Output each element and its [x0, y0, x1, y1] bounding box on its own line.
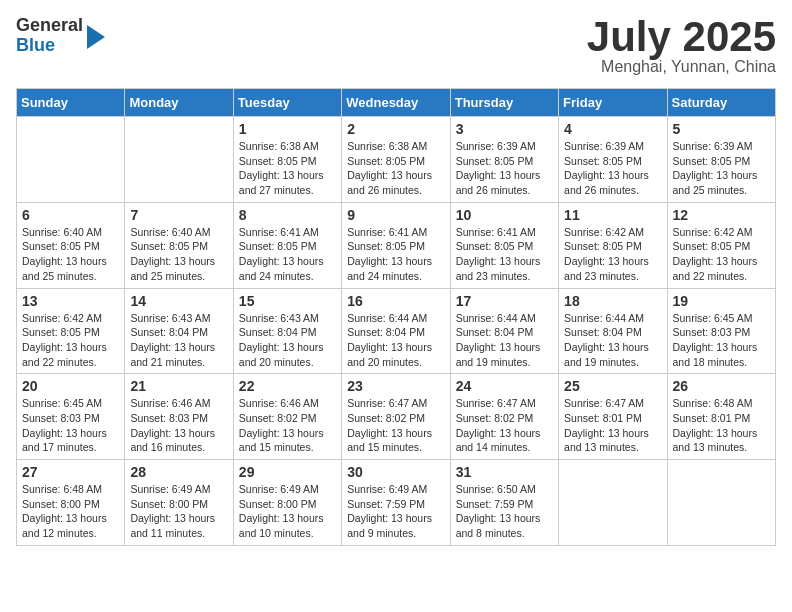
day-info: Sunrise: 6:48 AM Sunset: 8:01 PM Dayligh…: [673, 396, 770, 455]
calendar-cell: 2Sunrise: 6:38 AM Sunset: 8:05 PM Daylig…: [342, 117, 450, 203]
day-number: 8: [239, 207, 336, 223]
day-info: Sunrise: 6:41 AM Sunset: 8:05 PM Dayligh…: [456, 225, 553, 284]
calendar-cell: 21Sunrise: 6:46 AM Sunset: 8:03 PM Dayli…: [125, 374, 233, 460]
calendar-cell: 16Sunrise: 6:44 AM Sunset: 8:04 PM Dayli…: [342, 288, 450, 374]
logo-text: GeneralBlue: [16, 16, 83, 56]
day-info: Sunrise: 6:40 AM Sunset: 8:05 PM Dayligh…: [22, 225, 119, 284]
day-info: Sunrise: 6:38 AM Sunset: 8:05 PM Dayligh…: [347, 139, 444, 198]
calendar-cell: 11Sunrise: 6:42 AM Sunset: 8:05 PM Dayli…: [559, 202, 667, 288]
page-header: GeneralBlue July 2025 Menghai, Yunnan, C…: [16, 16, 776, 76]
calendar-cell: 4Sunrise: 6:39 AM Sunset: 8:05 PM Daylig…: [559, 117, 667, 203]
day-info: Sunrise: 6:42 AM Sunset: 8:05 PM Dayligh…: [564, 225, 661, 284]
calendar-title: July 2025: [587, 16, 776, 58]
day-number: 19: [673, 293, 770, 309]
calendar-cell: 19Sunrise: 6:45 AM Sunset: 8:03 PM Dayli…: [667, 288, 775, 374]
day-number: 31: [456, 464, 553, 480]
weekday-header-saturday: Saturday: [667, 89, 775, 117]
day-info: Sunrise: 6:44 AM Sunset: 8:04 PM Dayligh…: [564, 311, 661, 370]
day-info: Sunrise: 6:47 AM Sunset: 8:01 PM Dayligh…: [564, 396, 661, 455]
day-info: Sunrise: 6:49 AM Sunset: 7:59 PM Dayligh…: [347, 482, 444, 541]
calendar-cell: 9Sunrise: 6:41 AM Sunset: 8:05 PM Daylig…: [342, 202, 450, 288]
day-info: Sunrise: 6:43 AM Sunset: 8:04 PM Dayligh…: [239, 311, 336, 370]
calendar-cell: 17Sunrise: 6:44 AM Sunset: 8:04 PM Dayli…: [450, 288, 558, 374]
day-number: 6: [22, 207, 119, 223]
calendar-cell: 3Sunrise: 6:39 AM Sunset: 8:05 PM Daylig…: [450, 117, 558, 203]
calendar-cell: 8Sunrise: 6:41 AM Sunset: 8:05 PM Daylig…: [233, 202, 341, 288]
day-number: 12: [673, 207, 770, 223]
weekday-header-wednesday: Wednesday: [342, 89, 450, 117]
day-info: Sunrise: 6:49 AM Sunset: 8:00 PM Dayligh…: [130, 482, 227, 541]
day-number: 9: [347, 207, 444, 223]
day-info: Sunrise: 6:43 AM Sunset: 8:04 PM Dayligh…: [130, 311, 227, 370]
day-info: Sunrise: 6:39 AM Sunset: 8:05 PM Dayligh…: [456, 139, 553, 198]
calendar-cell: [667, 460, 775, 546]
week-row-1: 1Sunrise: 6:38 AM Sunset: 8:05 PM Daylig…: [17, 117, 776, 203]
day-number: 18: [564, 293, 661, 309]
day-number: 14: [130, 293, 227, 309]
weekday-header-friday: Friday: [559, 89, 667, 117]
calendar-cell: 25Sunrise: 6:47 AM Sunset: 8:01 PM Dayli…: [559, 374, 667, 460]
calendar-cell: [17, 117, 125, 203]
calendar-cell: 20Sunrise: 6:45 AM Sunset: 8:03 PM Dayli…: [17, 374, 125, 460]
day-info: Sunrise: 6:50 AM Sunset: 7:59 PM Dayligh…: [456, 482, 553, 541]
day-number: 29: [239, 464, 336, 480]
calendar-cell: 22Sunrise: 6:46 AM Sunset: 8:02 PM Dayli…: [233, 374, 341, 460]
title-block: July 2025 Menghai, Yunnan, China: [587, 16, 776, 76]
day-number: 25: [564, 378, 661, 394]
day-info: Sunrise: 6:46 AM Sunset: 8:02 PM Dayligh…: [239, 396, 336, 455]
day-number: 11: [564, 207, 661, 223]
calendar-cell: 28Sunrise: 6:49 AM Sunset: 8:00 PM Dayli…: [125, 460, 233, 546]
day-info: Sunrise: 6:45 AM Sunset: 8:03 PM Dayligh…: [22, 396, 119, 455]
day-info: Sunrise: 6:47 AM Sunset: 8:02 PM Dayligh…: [456, 396, 553, 455]
calendar-cell: 7Sunrise: 6:40 AM Sunset: 8:05 PM Daylig…: [125, 202, 233, 288]
calendar-cell: 24Sunrise: 6:47 AM Sunset: 8:02 PM Dayli…: [450, 374, 558, 460]
day-number: 7: [130, 207, 227, 223]
day-number: 13: [22, 293, 119, 309]
weekday-header-monday: Monday: [125, 89, 233, 117]
day-number: 2: [347, 121, 444, 137]
weekday-header-tuesday: Tuesday: [233, 89, 341, 117]
day-number: 10: [456, 207, 553, 223]
day-info: Sunrise: 6:48 AM Sunset: 8:00 PM Dayligh…: [22, 482, 119, 541]
day-number: 27: [22, 464, 119, 480]
calendar-table: SundayMondayTuesdayWednesdayThursdayFrid…: [16, 88, 776, 546]
day-number: 1: [239, 121, 336, 137]
calendar-cell: 14Sunrise: 6:43 AM Sunset: 8:04 PM Dayli…: [125, 288, 233, 374]
calendar-cell: 23Sunrise: 6:47 AM Sunset: 8:02 PM Dayli…: [342, 374, 450, 460]
day-info: Sunrise: 6:42 AM Sunset: 8:05 PM Dayligh…: [22, 311, 119, 370]
day-number: 3: [456, 121, 553, 137]
day-info: Sunrise: 6:47 AM Sunset: 8:02 PM Dayligh…: [347, 396, 444, 455]
day-number: 23: [347, 378, 444, 394]
day-info: Sunrise: 6:49 AM Sunset: 8:00 PM Dayligh…: [239, 482, 336, 541]
weekday-header-row: SundayMondayTuesdayWednesdayThursdayFrid…: [17, 89, 776, 117]
day-info: Sunrise: 6:42 AM Sunset: 8:05 PM Dayligh…: [673, 225, 770, 284]
calendar-cell: 26Sunrise: 6:48 AM Sunset: 8:01 PM Dayli…: [667, 374, 775, 460]
week-row-5: 27Sunrise: 6:48 AM Sunset: 8:00 PM Dayli…: [17, 460, 776, 546]
day-info: Sunrise: 6:46 AM Sunset: 8:03 PM Dayligh…: [130, 396, 227, 455]
calendar-cell: 27Sunrise: 6:48 AM Sunset: 8:00 PM Dayli…: [17, 460, 125, 546]
day-info: Sunrise: 6:39 AM Sunset: 8:05 PM Dayligh…: [673, 139, 770, 198]
day-number: 26: [673, 378, 770, 394]
day-number: 21: [130, 378, 227, 394]
day-number: 5: [673, 121, 770, 137]
week-row-3: 13Sunrise: 6:42 AM Sunset: 8:05 PM Dayli…: [17, 288, 776, 374]
day-number: 22: [239, 378, 336, 394]
day-info: Sunrise: 6:45 AM Sunset: 8:03 PM Dayligh…: [673, 311, 770, 370]
calendar-cell: 6Sunrise: 6:40 AM Sunset: 8:05 PM Daylig…: [17, 202, 125, 288]
week-row-4: 20Sunrise: 6:45 AM Sunset: 8:03 PM Dayli…: [17, 374, 776, 460]
day-info: Sunrise: 6:44 AM Sunset: 8:04 PM Dayligh…: [347, 311, 444, 370]
day-info: Sunrise: 6:40 AM Sunset: 8:05 PM Dayligh…: [130, 225, 227, 284]
logo-arrow-icon: [87, 25, 105, 49]
calendar-cell: 13Sunrise: 6:42 AM Sunset: 8:05 PM Dayli…: [17, 288, 125, 374]
calendar-cell: 30Sunrise: 6:49 AM Sunset: 7:59 PM Dayli…: [342, 460, 450, 546]
day-number: 30: [347, 464, 444, 480]
day-number: 16: [347, 293, 444, 309]
day-info: Sunrise: 6:38 AM Sunset: 8:05 PM Dayligh…: [239, 139, 336, 198]
calendar-cell: 18Sunrise: 6:44 AM Sunset: 8:04 PM Dayli…: [559, 288, 667, 374]
calendar-cell: 10Sunrise: 6:41 AM Sunset: 8:05 PM Dayli…: [450, 202, 558, 288]
calendar-cell: 5Sunrise: 6:39 AM Sunset: 8:05 PM Daylig…: [667, 117, 775, 203]
day-info: Sunrise: 6:41 AM Sunset: 8:05 PM Dayligh…: [347, 225, 444, 284]
calendar-subtitle: Menghai, Yunnan, China: [587, 58, 776, 76]
day-number: 28: [130, 464, 227, 480]
day-number: 4: [564, 121, 661, 137]
